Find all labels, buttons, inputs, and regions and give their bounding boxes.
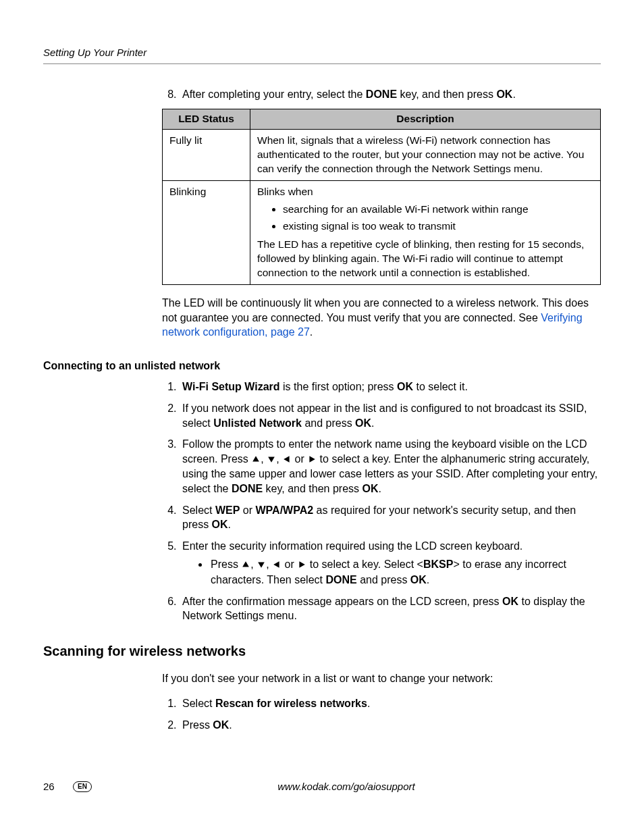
ok-key: OK <box>213 719 229 731</box>
done-key: DONE <box>325 574 356 585</box>
text: The LED will be continuously lit when yo… <box>162 297 589 323</box>
cell-status: Fully lit <box>163 129 250 180</box>
text: Press <box>211 558 241 570</box>
text: . <box>371 417 374 429</box>
text: Enter the security information required … <box>182 540 522 552</box>
text: . <box>427 574 429 585</box>
text: . <box>310 326 313 338</box>
text: and press <box>357 574 410 585</box>
arrow-left-icon <box>282 452 292 467</box>
running-header: Setting Up Your Printer <box>43 46 601 64</box>
paragraph: The LED will be continuously lit when yo… <box>162 296 601 340</box>
arrow-right-icon <box>297 558 306 573</box>
rescan-option: Rescan for wireless networks <box>215 698 367 709</box>
done-key: DONE <box>366 88 397 100</box>
subheading-unlisted-network: Connecting to an unlisted network <box>43 359 601 373</box>
wpa: WPA/WPA2 <box>256 504 314 516</box>
step-2: If you network does not appear in the li… <box>180 401 601 430</box>
arrow-down-icon <box>267 452 276 467</box>
table-row: Fully lit When lit, signals that a wirel… <box>163 129 601 180</box>
text: key, and then press <box>397 88 496 100</box>
page-footer: 26 EN www.kodak.com/go/aiosupport <box>43 780 601 793</box>
ok-key: OK <box>363 483 379 494</box>
table-header-description: Description <box>250 109 601 129</box>
unlisted-network: Unlisted Network <box>213 417 302 429</box>
ok-key: OK <box>212 519 228 530</box>
step-1: Select Rescan for wireless networks. <box>180 696 601 711</box>
cell-status: Blinking <box>163 180 250 285</box>
wifi-wizard: Wi-Fi Setup Wizard <box>182 381 280 392</box>
paragraph: If you don't see your network in a list … <box>162 671 601 686</box>
arrow-up-icon <box>251 452 261 467</box>
text: After the confirmation message appears o… <box>182 596 502 607</box>
cell-description: When lit, signals that a wireless (Wi-Fi… <box>250 129 601 180</box>
text: . <box>228 519 231 530</box>
step-2: Press OK. <box>180 718 601 733</box>
text: or <box>281 558 297 570</box>
text: After completing your entry, select the <box>182 88 366 100</box>
wep: WEP <box>215 504 240 516</box>
text: or <box>240 504 255 516</box>
step-1: Wi-Fi Setup Wizard is the first option; … <box>180 380 601 394</box>
led-status-table: LED Status Description Fully lit When li… <box>162 109 601 285</box>
text: Select <box>182 698 215 709</box>
arrow-left-icon <box>272 558 281 573</box>
text: Blinks when <box>257 185 593 199</box>
main-content: After completing your entry, select the … <box>162 87 601 340</box>
cell-description: Blinks when searching for an available W… <box>250 180 601 285</box>
text: to select a key. Select < <box>306 558 423 570</box>
step-5: Enter the security information required … <box>180 539 601 588</box>
text: is the first option; press <box>280 381 397 392</box>
step-4: Select WEP or WPA/WPA2 as required for y… <box>180 503 601 532</box>
text: Select <box>182 504 215 516</box>
list-item: Press , , or to select a key. Select <BK… <box>209 557 601 587</box>
section-scanning: Scanning for wireless networks <box>43 642 601 660</box>
text: The LED has a repetitive cycle of blinki… <box>257 238 593 280</box>
text: to select it. <box>413 381 468 392</box>
list-item: existing signal is too weak to transmit <box>283 219 593 234</box>
arrow-right-icon <box>307 452 317 467</box>
footer-url: www.kodak.com/go/aiosupport <box>92 780 601 793</box>
bksp-key: BKSP <box>423 558 453 570</box>
step-8: After completing your entry, select the … <box>180 87 601 102</box>
step-list-continuation: After completing your entry, select the … <box>162 87 601 102</box>
step-3: Follow the prompts to enter the network … <box>180 437 601 496</box>
step-6: After the confirmation message appears o… <box>180 594 601 623</box>
page-number: 26 <box>43 780 70 793</box>
text: . <box>229 719 232 731</box>
done-key: DONE <box>232 483 263 494</box>
text: . <box>379 483 381 494</box>
text: Press <box>182 719 213 731</box>
text: . <box>512 88 515 100</box>
scanning-steps: Select Rescan for wireless networks. Pre… <box>162 696 601 732</box>
text: or <box>292 453 307 465</box>
arrow-up-icon <box>241 558 250 573</box>
table-header-status: LED Status <box>163 109 250 129</box>
table-row: Blinking Blinks when searching for an av… <box>163 180 601 285</box>
language-badge: EN <box>73 781 92 792</box>
arrow-down-icon <box>257 558 266 573</box>
text: and press <box>302 417 355 429</box>
text: . <box>367 698 370 709</box>
ok-key: OK <box>355 417 371 429</box>
ok-key: OK <box>397 381 413 392</box>
ok-key: OK <box>502 596 518 607</box>
ok-key: OK <box>410 574 427 585</box>
unlisted-steps: Wi-Fi Setup Wizard is the first option; … <box>162 380 601 623</box>
text: key, and then press <box>263 483 362 494</box>
ok-key: OK <box>496 88 512 100</box>
list-item: searching for an available Wi-Fi network… <box>283 203 593 217</box>
